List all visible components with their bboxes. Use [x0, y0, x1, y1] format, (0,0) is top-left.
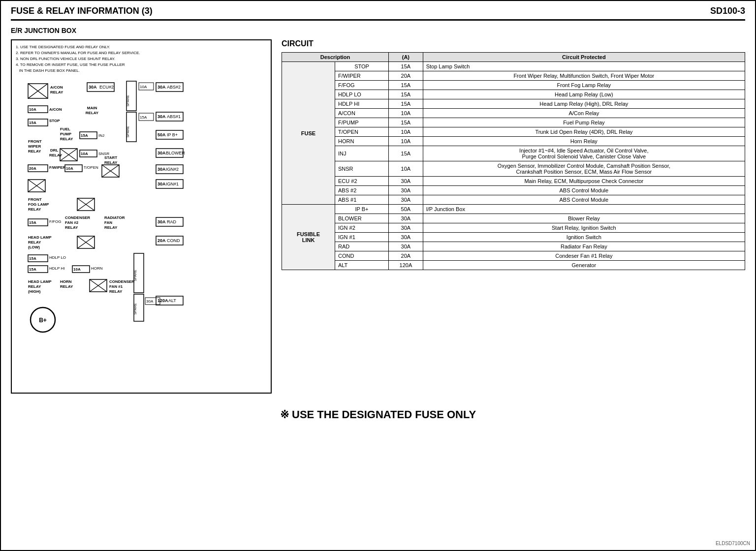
- svg-text:HEAD LAMP: HEAD LAMP: [28, 279, 52, 284]
- fusible-protected-ipb: I/P Junction Box: [423, 205, 745, 214]
- fuse-desc-acon: A/CON: [335, 109, 388, 118]
- fuse-amp-horn: 10A: [389, 137, 423, 146]
- svg-text:20A: 20A: [158, 238, 166, 243]
- svg-text:RELAY: RELAY: [104, 225, 118, 230]
- fuse-amp-abs2: 30A: [389, 186, 423, 195]
- fusible-desc-blower: BLOWER: [335, 214, 388, 223]
- fusible-desc-rad: RAD: [335, 242, 388, 251]
- fuse-amp-ecu2: 30A: [389, 177, 423, 186]
- svg-text:10A: 10A: [81, 152, 88, 156]
- fuse-desc-snsr: SNSR: [335, 161, 388, 177]
- svg-text:RELAY: RELAY: [109, 289, 123, 294]
- table-row: FUSIBLE LINK IP B+ 50A I/P Junction Box: [282, 205, 745, 214]
- svg-text:10A: 10A: [66, 166, 73, 171]
- svg-text:COND: COND: [167, 238, 180, 243]
- fuse-amp-acon: 10A: [389, 109, 423, 118]
- svg-text:RELAY: RELAY: [28, 240, 41, 245]
- junction-box-diagram: 1. USE THE DESIGNATED FUSE AND RELAY ONL…: [11, 39, 272, 394]
- table-row: ECU #2 30A Main Relay, ECM, Multipurpose…: [282, 177, 745, 186]
- svg-text:SPARE: SPARE: [126, 126, 129, 138]
- table-row: F/PUMP 15A Fuel Pump Relay: [282, 118, 745, 127]
- fuse-amp-abs1: 30A: [389, 195, 423, 205]
- fusible-amp-ign1: 30A: [389, 233, 423, 242]
- fusible-amp-rad: 30A: [389, 242, 423, 251]
- fusible-amp-cond: 20A: [389, 251, 423, 261]
- fuse-protected-ffog: Front Fog Lamp Relay: [423, 81, 745, 90]
- col-header-desc: Description: [282, 53, 389, 62]
- svg-text:FRONT: FRONT: [28, 139, 42, 144]
- table-row: ABS #2 30A ABS Control Module: [282, 186, 745, 195]
- fusible-amp-blower: 30A: [389, 214, 423, 223]
- col-header-protected: Circuit Protected: [423, 53, 745, 62]
- fuse-protected-abs2: ABS Control Module: [423, 186, 745, 195]
- table-row: INJ 15A Injector #1~#4, Idle Speed Actua…: [282, 146, 745, 161]
- fuse-desc-abs1: ABS #1: [335, 195, 388, 205]
- svg-text:RAD: RAD: [167, 219, 177, 224]
- svg-text:HDLP LO: HDLP LO: [49, 255, 66, 260]
- fuse-amp-inj: 15A: [389, 146, 423, 161]
- table-row: HDLP HI 15A Head Lamp Relay (High), DRL …: [282, 99, 745, 109]
- svg-text:FAN #2: FAN #2: [65, 220, 79, 225]
- svg-text:T/OPEN: T/OPEN: [84, 165, 98, 170]
- table-row: SNSR 10A Oxygen Sensor, Immobilizer Cont…: [282, 161, 745, 177]
- svg-text:ALT: ALT: [168, 298, 176, 303]
- fuse-desc-hdlphi: HDLP HI: [335, 99, 388, 109]
- svg-text:30A: 30A: [146, 299, 154, 304]
- instruction-1: 1. USE THE DESIGNATED FUSE AND RELAY ONL…: [16, 44, 267, 50]
- svg-text:15A: 15A: [140, 115, 147, 120]
- svg-text:15A: 15A: [81, 133, 88, 138]
- svg-text:HORN: HORN: [91, 266, 103, 271]
- svg-text:ECU#2: ECU#2: [99, 85, 114, 90]
- fuse-amp-snsr: 10A: [389, 161, 423, 177]
- table-row: T/OPEN 10A Trunk Lid Open Relay (4DR), D…: [282, 127, 745, 137]
- table-row: BLOWER 30A Blower Relay: [282, 214, 745, 223]
- fusible-link-group-label: FUSIBLE LINK: [282, 205, 335, 270]
- svg-text:10A: 10A: [29, 107, 36, 112]
- svg-text:B+: B+: [39, 317, 47, 324]
- fusible-amp-ipb: 50A: [389, 205, 423, 214]
- fuse-desc-ffog: F/FOG: [335, 81, 388, 90]
- fusible-protected-alt: Generator: [423, 261, 745, 270]
- svg-text:HDLP HI: HDLP HI: [49, 266, 64, 271]
- fuse-desc-topen: T/OPEN: [335, 127, 388, 137]
- svg-text:ABS#1: ABS#1: [167, 114, 181, 119]
- bottom-note: ※ USE THE DESIGNATED FUSE ONLY: [11, 403, 745, 426]
- fusible-amp-ign2: 30A: [389, 223, 423, 233]
- table-row: COND 20A Condeser Fan #1 Relay: [282, 251, 745, 261]
- svg-text:IGN#2: IGN#2: [166, 167, 179, 172]
- table-row: IGN #2 30A Start Relay, Ignition Switch: [282, 223, 745, 233]
- page-code: SD100-3: [710, 6, 745, 16]
- svg-text:HORN: HORN: [60, 279, 72, 284]
- circuit-title: CIRCUIT: [282, 39, 745, 48]
- svg-text:RELAY: RELAY: [65, 225, 78, 230]
- svg-text:RELAY: RELAY: [60, 137, 73, 141]
- svg-text:PUMP: PUMP: [60, 132, 72, 136]
- svg-text:15A: 15A: [29, 256, 36, 261]
- svg-text:HEAD LAMP: HEAD LAMP: [28, 235, 52, 240]
- svg-text:FAN #1: FAN #1: [109, 284, 123, 289]
- svg-text:30A: 30A: [158, 167, 166, 172]
- fusible-protected-ign2: Start Relay, Ignition Switch: [423, 223, 745, 233]
- fusible-desc-ign2: IGN #2: [335, 223, 388, 233]
- fusible-desc-ipb: IP B+: [335, 205, 388, 214]
- fuse-desc-hdlplo: HDLP LO: [335, 90, 388, 99]
- fuse-protected-horn: Horn Relay: [423, 137, 745, 146]
- fusible-protected-cond: Condeser Fan #1 Relay: [423, 251, 745, 261]
- svg-text:(LOW): (LOW): [28, 245, 40, 249]
- fusible-amp-alt: 120A: [389, 261, 423, 270]
- fusible-desc-alt: ALT: [335, 261, 388, 270]
- fuse-desc-stop: STOP: [335, 62, 388, 71]
- svg-text:CONDENSER: CONDENSER: [109, 279, 134, 284]
- table-row: HDLP LO 15A Head Lamp Relay (Low): [282, 90, 745, 99]
- svg-text:FOG LAMP: FOG LAMP: [28, 202, 49, 207]
- svg-text:50A: 50A: [158, 132, 166, 137]
- fuse-amp-hdlphi: 15A: [389, 99, 423, 109]
- fuse-amp-ffog: 15A: [389, 81, 423, 90]
- fuse-protected-stop: Stop Lamp Switch: [423, 62, 745, 71]
- instructions-text: 1. USE THE DESIGNATED FUSE AND RELAY ONL…: [16, 44, 267, 74]
- fuse-group-label: FUSE: [282, 62, 335, 205]
- page-wrapper: FUSE & RELAY INFORMATION (3) SD100-3 E/R…: [0, 0, 756, 551]
- svg-text:RELAY: RELAY: [104, 160, 118, 165]
- svg-text:INJ: INJ: [98, 133, 104, 138]
- svg-text:30A: 30A: [158, 182, 166, 186]
